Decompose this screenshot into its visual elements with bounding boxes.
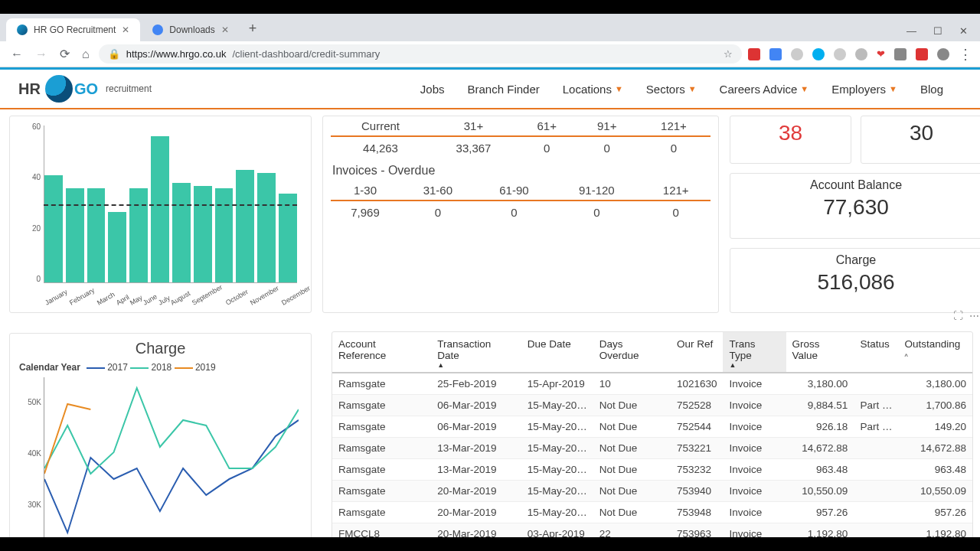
- cell: 25-Feb-2019: [431, 373, 521, 395]
- cell: 14,672.88: [898, 438, 972, 459]
- bar: [172, 183, 191, 282]
- nav-link[interactable]: Blog: [920, 83, 943, 96]
- browser-tab[interactable]: Downloads ✕: [142, 18, 239, 41]
- cell: Invoice: [723, 502, 786, 523]
- table-row[interactable]: Ramsgate13-Mar-201915-May-20…Not Due7532…: [332, 438, 972, 459]
- table-row[interactable]: Ramsgate06-Mar-201915-May-20…Not Due7525…: [332, 416, 972, 438]
- col-header[interactable]: Our Ref: [671, 332, 724, 373]
- cell: Not Due: [593, 502, 671, 523]
- reload-icon[interactable]: ⟳: [57, 44, 73, 64]
- col-header[interactable]: 121+: [637, 116, 710, 136]
- table-row[interactable]: Ramsgate20-Mar-201915-May-20…Not Due7539…: [332, 502, 972, 523]
- nav-link[interactable]: Employers▼: [831, 83, 897, 96]
- cell: 7,969: [331, 201, 400, 223]
- address-bar[interactable]: 🔒 https://www.hrgo.co.uk/client-dashboar…: [99, 44, 742, 64]
- col-header[interactable]: Gross Value: [786, 332, 854, 373]
- col-header[interactable]: 61-90: [476, 181, 553, 201]
- cell: 957.26: [786, 502, 854, 523]
- ext-icon[interactable]: [791, 48, 803, 60]
- col-header[interactable]: 61+: [517, 116, 577, 136]
- skype-icon[interactable]: [812, 48, 825, 60]
- kpi-value: 516,086: [733, 270, 978, 295]
- more-icon[interactable]: ⋯: [969, 310, 979, 321]
- new-tab-button[interactable]: +: [241, 16, 265, 41]
- cell: 0: [476, 201, 553, 223]
- cell: 15-May-20…: [521, 459, 593, 481]
- col-header[interactable]: Transaction Date▲: [431, 332, 521, 373]
- col-header[interactable]: 91+: [577, 116, 637, 136]
- camera-icon[interactable]: [894, 48, 906, 60]
- cell: 752544: [671, 416, 724, 438]
- bar: [129, 188, 148, 282]
- cell: Not Due: [593, 395, 671, 416]
- col-header[interactable]: 91-120: [552, 181, 641, 201]
- nav-link[interactable]: Careers Advice▼: [720, 83, 809, 96]
- col-header[interactable]: 31-60: [400, 181, 476, 201]
- star-icon[interactable]: ☆: [724, 48, 733, 60]
- kpi-label: Account Balance: [733, 178, 978, 192]
- col-header[interactable]: 31+: [430, 116, 517, 136]
- cell: Ramsgate: [332, 438, 431, 459]
- table-tools: ⛶ ⋯: [953, 310, 979, 321]
- nav-link[interactable]: Branch Finder: [468, 83, 540, 96]
- cell: 3,180.00: [898, 373, 972, 395]
- bar: [215, 188, 234, 282]
- ext-icon[interactable]: [855, 48, 867, 60]
- table-row[interactable]: Ramsgate20-Mar-201915-May-20…Not Due7539…: [332, 481, 972, 502]
- col-header[interactable]: Current: [331, 116, 430, 136]
- nav-link[interactable]: Sectors▼: [646, 83, 697, 96]
- profile-icon[interactable]: [937, 48, 949, 60]
- forward-icon[interactable]: →: [32, 44, 51, 64]
- ext-icon[interactable]: [834, 48, 846, 60]
- cell: Part …: [854, 416, 898, 438]
- heart-icon[interactable]: ❤: [877, 48, 885, 60]
- minimize-icon[interactable]: —: [906, 25, 916, 37]
- table-row[interactable]: Ramsgate06-Mar-201915-May-20…Not Due7525…: [332, 395, 972, 416]
- close-icon[interactable]: ✕: [221, 24, 229, 35]
- ext-icon[interactable]: [916, 48, 928, 60]
- col-header[interactable]: Days Overdue: [593, 332, 671, 373]
- back-icon[interactable]: ←: [8, 44, 26, 64]
- cell: 06-Mar-2019: [431, 416, 521, 438]
- ext-icon[interactable]: [769, 48, 782, 60]
- browser-tab-active[interactable]: HR GO Recruitment ✕: [6, 18, 140, 41]
- home-icon[interactable]: ⌂: [79, 44, 93, 64]
- tab-title: Downloads: [169, 24, 214, 35]
- chevron-down-icon: ▼: [615, 84, 623, 93]
- logo[interactable]: HRGO recruitment: [18, 75, 152, 103]
- browser-chrome: HR GO Recruitment ✕ Downloads ✕ + — ☐ ✕ …: [0, 14, 980, 70]
- col-header[interactable]: Outstanding ^: [898, 332, 972, 373]
- table-row[interactable]: Ramsgate25-Feb-201915-Apr-2019101021630I…: [332, 373, 972, 395]
- chart-plot: 30K40K50K: [44, 377, 299, 538]
- y-tick: 50K: [20, 398, 41, 406]
- cell: 3,180.00: [786, 373, 854, 395]
- table-row[interactable]: Ramsgate13-Mar-201915-May-20…Not Due7532…: [332, 459, 972, 481]
- cell: 0: [641, 201, 710, 223]
- ext-icon[interactable]: [748, 48, 760, 60]
- line-series: [44, 388, 299, 474]
- col-header[interactable]: Status: [854, 332, 898, 373]
- cell: Invoice: [723, 395, 786, 416]
- url-path: /client-dashboard/credit-summary: [232, 48, 380, 60]
- maximize-icon[interactable]: ☐: [933, 25, 942, 37]
- aging-card: Current31+61+91+121+ 44,26333,367000 Inv…: [322, 116, 719, 313]
- legend-swatch: [87, 367, 105, 369]
- transactions-table: Account ReferenceTransaction Date▲Due Da…: [332, 332, 972, 551]
- aging-outstanding-table: Current31+61+91+121+ 44,26333,367000: [331, 116, 710, 159]
- chevron-down-icon: ▼: [889, 84, 897, 93]
- letterbox: [0, 537, 980, 551]
- col-header[interactable]: Account Reference: [332, 332, 431, 373]
- col-header[interactable]: 121+: [641, 181, 710, 201]
- cell: Invoice: [723, 459, 786, 481]
- nav-link[interactable]: Locations▼: [563, 83, 623, 96]
- close-window-icon[interactable]: ✕: [959, 25, 968, 37]
- focus-icon[interactable]: ⛶: [953, 310, 963, 321]
- col-header[interactable]: Due Date: [521, 332, 593, 373]
- col-header[interactable]: 1-30: [331, 181, 400, 201]
- nav-link[interactable]: Jobs: [420, 83, 445, 96]
- close-icon[interactable]: ✕: [122, 24, 129, 35]
- col-header[interactable]: Trans Type▲: [723, 332, 786, 373]
- menu-icon[interactable]: ⋮: [959, 46, 972, 63]
- bar-chart-card: 6040200 JanuaryFebruaryMarchAprilMayJune…: [9, 116, 312, 313]
- cell: Invoice: [723, 438, 786, 459]
